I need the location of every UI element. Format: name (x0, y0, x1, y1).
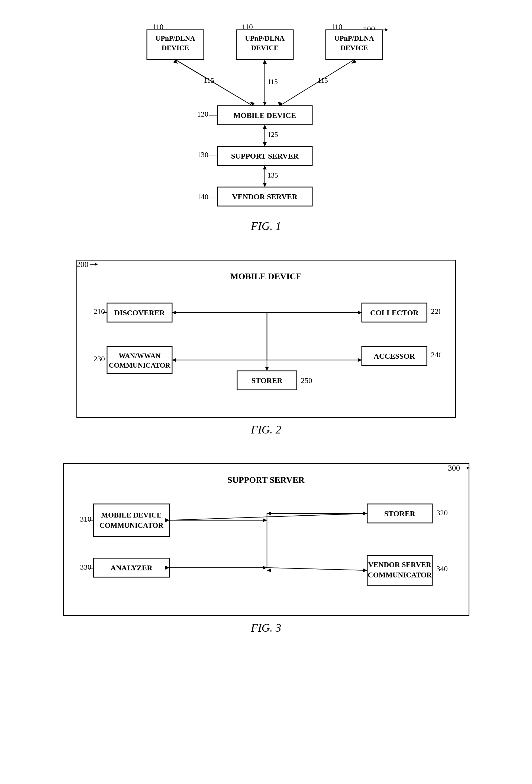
svg-text:240: 240 (431, 351, 440, 359)
svg-text:ANALYZER: ANALYZER (110, 564, 152, 572)
fig3-ref-300: 300 (448, 463, 469, 473)
svg-text:135: 135 (268, 171, 278, 179)
svg-line-95 (169, 513, 367, 520)
fig3-border-box: SUPPORT SERVER MOBILE DEVICE COMMUNICATO… (63, 463, 469, 616)
svg-marker-75 (265, 367, 269, 371)
svg-marker-48 (95, 263, 98, 266)
svg-text:SUPPORT SERVER: SUPPORT SERVER (231, 152, 299, 160)
svg-text:110: 110 (331, 24, 342, 31)
svg-text:WAN/WWAN: WAN/WWAN (118, 352, 161, 360)
svg-marker-27 (250, 102, 255, 106)
svg-text:130: 130 (197, 150, 208, 159)
svg-text:250: 250 (301, 376, 312, 385)
svg-marker-74 (358, 358, 362, 362)
svg-text:DISCOVERER: DISCOVERER (114, 308, 165, 317)
fig3-title: SUPPORT SERVER (80, 475, 452, 485)
svg-marker-29 (173, 60, 178, 64)
svg-text:DEVICE: DEVICE (162, 44, 189, 52)
svg-text:DEVICE: DEVICE (251, 44, 278, 52)
svg-marker-105 (267, 511, 271, 515)
svg-text:340: 340 (436, 564, 448, 573)
svg-rect-78 (93, 504, 169, 536)
page: 100 UPnP/DLNA DEVICE UPnP/DLNA DEVICE UP… (0, 0, 532, 784)
fig2-ref-200: 200 (77, 260, 98, 269)
svg-text:UPnP/DLNA: UPnP/DLNA (156, 34, 195, 42)
svg-marker-103 (363, 568, 367, 572)
svg-text:210: 210 (93, 307, 105, 315)
svg-line-99 (267, 568, 367, 570)
svg-marker-40 (263, 125, 267, 129)
svg-text:220: 220 (431, 307, 440, 315)
svg-text:UPnP/DLNA: UPnP/DLNA (334, 34, 374, 42)
svg-text:230: 230 (93, 355, 105, 363)
fig2-title: MOBILE DEVICE (93, 271, 439, 281)
svg-marker-41 (263, 142, 267, 146)
svg-text:115: 115 (204, 77, 214, 84)
svg-marker-106 (263, 566, 267, 569)
svg-marker-101 (363, 511, 367, 515)
fig2-border-box: MOBILE DEVICE DISCOVERER 210 COLLECTOR 2… (77, 260, 456, 418)
svg-marker-107 (267, 568, 271, 572)
svg-text:VENDOR SERVER: VENDOR SERVER (232, 193, 298, 201)
svg-text:UPnP/DLNA: UPnP/DLNA (245, 34, 285, 42)
svg-rect-56 (107, 346, 172, 373)
fig2-label: FIG. 2 (77, 423, 456, 436)
svg-marker-72 (358, 311, 362, 314)
svg-text:COLLECTOR: COLLECTOR (370, 308, 418, 317)
svg-text:MOBILE DEVICE: MOBILE DEVICE (101, 511, 162, 519)
svg-marker-104 (263, 518, 267, 522)
svg-text:VENDOR SERVER: VENDOR SERVER (368, 561, 431, 569)
svg-marker-77 (467, 467, 469, 469)
svg-text:STORER: STORER (384, 509, 415, 518)
svg-marker-71 (172, 311, 176, 314)
svg-text:125: 125 (268, 131, 278, 139)
svg-text:STORER: STORER (251, 376, 282, 385)
svg-marker-73 (172, 358, 176, 362)
svg-text:COMMUNICATOR: COMMUNICATOR (100, 521, 163, 529)
svg-text:110: 110 (152, 24, 163, 31)
svg-text:330: 330 (80, 563, 91, 571)
svg-marker-33 (263, 60, 267, 64)
svg-marker-36 (278, 102, 282, 106)
svg-text:COMMUNICATOR: COMMUNICATOR (368, 571, 432, 579)
svg-text:ACCESSOR: ACCESSOR (373, 352, 415, 360)
svg-text:320: 320 (436, 509, 448, 517)
svg-rect-90 (367, 556, 432, 585)
svg-text:MOBILE DEVICE: MOBILE DEVICE (233, 111, 296, 119)
svg-marker-37 (352, 60, 356, 64)
svg-text:120: 120 (197, 110, 208, 118)
svg-line-35 (280, 60, 354, 106)
svg-text:140: 140 (197, 193, 208, 201)
svg-marker-45 (263, 183, 267, 187)
fig3-label: FIG. 3 (63, 621, 469, 634)
svg-text:COMMUNICATOR: COMMUNICATOR (109, 361, 170, 369)
svg-text:110: 110 (242, 24, 253, 31)
svg-text:310: 310 (80, 515, 91, 523)
svg-marker-32 (263, 102, 267, 106)
svg-text:DEVICE: DEVICE (340, 44, 368, 52)
svg-text:115: 115 (318, 77, 328, 84)
svg-marker-44 (263, 165, 267, 169)
svg-text:115: 115 (268, 78, 278, 86)
